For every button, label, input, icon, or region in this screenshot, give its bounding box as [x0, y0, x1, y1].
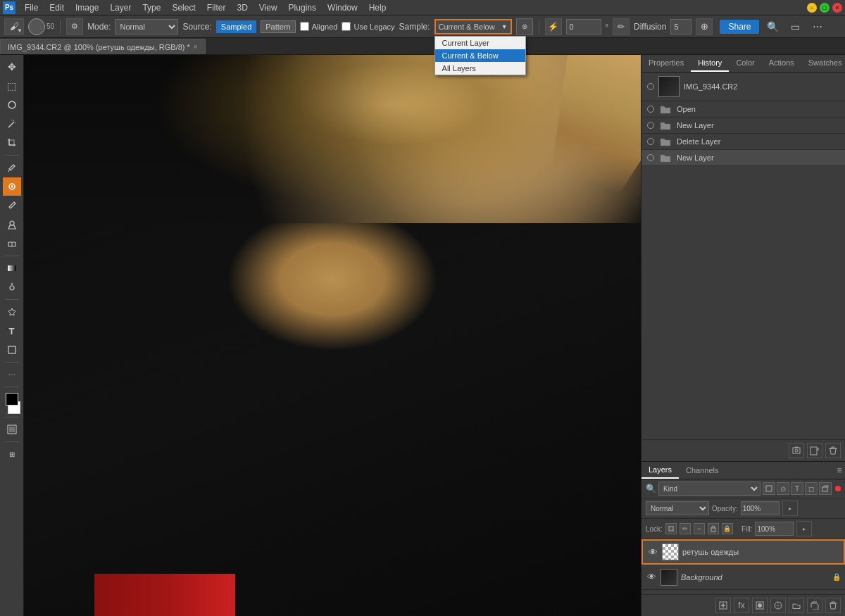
history-item-new-layer-1[interactable]: New Layer	[641, 118, 845, 134]
menu-window[interactable]: Window	[323, 1, 363, 14]
canvas-image	[24, 55, 641, 616]
menu-filter[interactable]: Filter	[202, 1, 231, 14]
filter-adjustment-icon[interactable]: ⊙	[777, 482, 789, 495]
move-tool[interactable]: ✥	[3, 58, 21, 76]
tab-history[interactable]: History	[691, 55, 729, 72]
blend-mode-select[interactable]: Normal	[646, 501, 709, 515]
new-document-from-state-button[interactable]	[807, 443, 822, 458]
fill-input[interactable]	[755, 522, 794, 536]
history-item-new-layer-2[interactable]: New Layer	[641, 150, 845, 166]
tool-preset-picker[interactable]: 🖌 ▼	[4, 18, 24, 35]
workspaces-button[interactable]: ▭	[786, 18, 804, 36]
sample-all-layers-toggle[interactable]: ⊛	[516, 18, 533, 35]
menu-edit[interactable]: Edit	[44, 1, 69, 14]
sample-option-all-layers[interactable]: All Layers	[435, 62, 525, 75]
more-button[interactable]: ⋯	[808, 18, 827, 36]
use-legacy-checkbox[interactable]	[342, 22, 351, 31]
pen-tool[interactable]	[3, 303, 21, 321]
maximize-button[interactable]: □	[820, 3, 830, 13]
layers-panel-menu-button[interactable]: ≡	[834, 463, 845, 478]
history-item-open[interactable]: Open	[641, 101, 845, 118]
angle-tool-icon[interactable]: ✏	[613, 18, 630, 35]
delete-layer-button[interactable]	[825, 598, 841, 613]
filter-smartobject-icon[interactable]	[819, 482, 832, 495]
diffusion-input[interactable]	[670, 19, 691, 34]
menu-image[interactable]: Image	[70, 1, 104, 14]
menu-plugins[interactable]: Plugins	[284, 1, 321, 14]
tab-close-button[interactable]: ×	[194, 43, 198, 51]
shape-tool[interactable]	[3, 341, 21, 359]
brush-tool[interactable]	[3, 196, 21, 215]
marquee-tool[interactable]: ⬚	[3, 77, 21, 95]
layers-kind-select[interactable]: Kind	[658, 482, 760, 496]
tab-layers[interactable]: Layers	[641, 462, 679, 479]
clone-stamp-tool[interactable]	[3, 215, 21, 234]
lock-artboard-button[interactable]: ↔	[694, 523, 705, 534]
layer-item-retush[interactable]: 👁 ретушь одежды	[641, 539, 845, 565]
menu-view[interactable]: View	[254, 1, 282, 14]
layer-item-background[interactable]: 👁 Background 🔒	[641, 565, 845, 590]
fill-more-button[interactable]: ▸	[796, 521, 812, 536]
filter-pixel-icon[interactable]	[763, 482, 775, 495]
menu-select[interactable]: Select	[167, 1, 200, 14]
filter-type-icon[interactable]: T	[791, 482, 803, 495]
eraser-tool[interactable]	[3, 234, 21, 253]
opacity-input[interactable]	[741, 501, 780, 515]
layer-visibility-retush[interactable]: 👁	[647, 546, 658, 558]
close-button[interactable]: ×	[832, 3, 842, 13]
eyedropper-tool[interactable]	[3, 158, 21, 177]
search-icon-button[interactable]: 🔍	[763, 18, 782, 36]
tab-actions[interactable]: Actions	[762, 55, 801, 72]
crop-tool[interactable]	[3, 134, 21, 152]
gradient-tool[interactable]	[3, 259, 21, 277]
menu-layer[interactable]: Layer	[105, 1, 136, 14]
tab-properties[interactable]: Properties	[641, 55, 691, 72]
opacity-more-button[interactable]: ▸	[782, 501, 798, 516]
delete-state-button[interactable]	[825, 443, 841, 458]
lock-all-button[interactable]: 🔒	[722, 523, 733, 534]
layer-visibility-background[interactable]: 👁	[646, 572, 657, 583]
3d-tool[interactable]: ⋯	[3, 365, 21, 384]
quick-mask-tool[interactable]	[3, 420, 21, 439]
brush-settings-icon[interactable]: ⚙	[66, 18, 83, 35]
aligned-checkbox[interactable]	[300, 22, 309, 31]
tab-swatches[interactable]: Swatches	[801, 55, 845, 72]
magic-wand-tool[interactable]	[3, 115, 21, 133]
lock-image-button[interactable]: ✏	[680, 523, 691, 534]
create-snapshot-button[interactable]	[789, 443, 804, 458]
sample-dropdown[interactable]: Current & Below ▼	[434, 19, 512, 34]
sample-option-current-below[interactable]: Current & Below	[435, 49, 525, 62]
mode-select[interactable]: Normal	[115, 19, 178, 34]
tab-color[interactable]: Color	[729, 55, 761, 72]
brush-color-swatch[interactable]	[28, 18, 45, 35]
lock-position-button[interactable]	[708, 523, 719, 534]
history-item-delete-layer[interactable]: Delete Layer	[641, 134, 845, 150]
menu-3d[interactable]: 3D	[232, 1, 252, 14]
text-tool[interactable]: T	[3, 322, 21, 340]
artboard-tool[interactable]: ⊞	[3, 445, 21, 463]
angle-input[interactable]	[566, 19, 601, 34]
add-mask-button[interactable]	[752, 598, 768, 613]
share-button[interactable]: Share	[720, 20, 759, 34]
source-pattern-button[interactable]: Pattern	[261, 20, 295, 33]
menu-file[interactable]: File	[20, 1, 43, 14]
link-layers-button[interactable]	[715, 598, 731, 613]
lasso-tool[interactable]	[3, 96, 21, 114]
new-adjustment-layer-button[interactable]	[770, 598, 786, 613]
lock-transparent-button[interactable]	[665, 523, 677, 534]
foreground-color[interactable]	[6, 393, 18, 406]
filter-shape-icon[interactable]: ◻	[805, 482, 818, 495]
new-layer-group-button[interactable]	[789, 598, 804, 613]
new-layer-button[interactable]	[807, 598, 822, 613]
healing-brush-tool[interactable]	[3, 177, 21, 196]
minimize-button[interactable]: −	[807, 3, 817, 13]
menu-type[interactable]: Type	[137, 1, 165, 14]
source-sampled-button[interactable]: Sampled	[216, 20, 256, 33]
dodge-tool[interactable]	[3, 278, 21, 296]
document-tab[interactable]: IMG_9344.CR2 @ 100% (ретушь одежды, RGB/…	[0, 39, 206, 54]
add-layer-style-button[interactable]: fx	[734, 598, 749, 613]
menu-help[interactable]: Help	[364, 1, 392, 14]
tab-channels[interactable]: Channels	[679, 463, 725, 478]
canvas-area[interactable]	[24, 55, 641, 616]
sample-option-current-layer[interactable]: Current Layer	[435, 37, 525, 49]
